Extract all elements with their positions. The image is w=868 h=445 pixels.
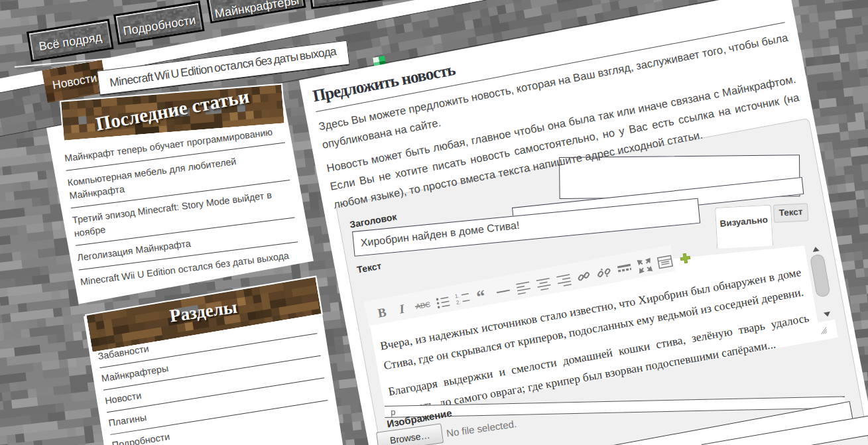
svg-text:I: I xyxy=(397,302,406,316)
svg-text:“: “ xyxy=(475,286,487,307)
svg-text:B: B xyxy=(377,305,388,320)
svg-text:2.: 2. xyxy=(456,299,461,306)
svg-text:1.: 1. xyxy=(454,292,460,299)
